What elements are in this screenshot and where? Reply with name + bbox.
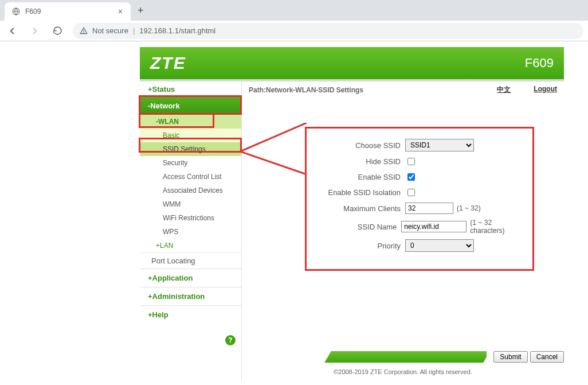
- nav-ssid-settings[interactable]: SSID Settings: [140, 142, 241, 156]
- max-clients-label: Maximum Clients: [313, 204, 405, 213]
- browser-toolbar: Not secure | 192.168.1.1/start.ghtml: [0, 21, 588, 41]
- sidebar-nav: +Status -Network -WLAN Basic SSID Settin…: [140, 81, 242, 381]
- nav-administration[interactable]: +Administration: [140, 287, 241, 305]
- nav-status[interactable]: +Status: [140, 81, 241, 97]
- svg-line-4: [240, 151, 307, 174]
- ssid-name-label: SSID Name: [313, 223, 401, 231]
- nav-security[interactable]: Security: [140, 156, 241, 170]
- footer-stripe: Submit Cancel: [242, 351, 564, 363]
- nav-wlan[interactable]: -WLAN: [140, 115, 241, 129]
- nav-wmm[interactable]: WMM: [140, 197, 241, 211]
- forward-button[interactable]: [28, 24, 42, 38]
- browser-tab[interactable]: F609 ×: [5, 2, 131, 21]
- language-link[interactable]: 中文: [497, 85, 511, 95]
- nav-port-locating[interactable]: Port Locating: [140, 252, 241, 269]
- svg-line-3: [240, 123, 307, 151]
- priority-select[interactable]: 0: [405, 239, 474, 252]
- nav-wifi-restrictions[interactable]: WiFi Restrictions: [140, 211, 241, 225]
- isolation-label: Enable SSID Isolation: [313, 188, 405, 197]
- warning-icon: [80, 27, 88, 35]
- max-clients-input[interactable]: [405, 203, 453, 214]
- address-bar[interactable]: Not secure | 192.168.1.1/start.ghtml: [73, 23, 583, 39]
- nav-basic[interactable]: Basic: [140, 129, 241, 142]
- ssid-name-hint: (1 ~ 32 characters): [470, 219, 526, 235]
- new-tab-button[interactable]: +: [131, 5, 151, 17]
- tab-title: F609: [25, 7, 112, 15]
- priority-label: Priority: [313, 242, 405, 250]
- enable-ssid-checkbox[interactable]: [407, 173, 415, 181]
- hide-ssid-checkbox[interactable]: [407, 158, 415, 165]
- cancel-button[interactable]: Cancel: [530, 351, 564, 363]
- logout-link[interactable]: Logout: [534, 85, 557, 95]
- tab-close-icon[interactable]: ×: [117, 6, 124, 17]
- router-header: ZTE F609: [140, 47, 564, 81]
- svg-point-2: [84, 32, 84, 33]
- breadcrumb-path: Path:Network-WLAN-SSID Settings: [249, 86, 363, 94]
- max-clients-hint: (1 ~ 32): [457, 204, 481, 212]
- help-icon[interactable]: ?: [225, 335, 236, 345]
- url-text: 192.168.1.1/start.ghtml: [139, 26, 215, 35]
- brand-logo: ZTE: [150, 53, 186, 73]
- browser-tab-bar: F609 × +: [0, 0, 588, 21]
- globe-icon: [11, 7, 21, 16]
- enable-ssid-label: Enable SSID: [313, 173, 405, 181]
- content-area: Path:Network-WLAN-SSID Settings 中文 Logou…: [242, 81, 564, 381]
- nav-acl[interactable]: Access Control List: [140, 170, 241, 184]
- hide-ssid-label: Hide SSID: [313, 157, 405, 166]
- copyright-text: ©2008-2019 ZTE Corporation. All rights r…: [242, 365, 564, 381]
- nav-associated-devices[interactable]: Associated Devices: [140, 184, 241, 197]
- nav-help[interactable]: +Help: [140, 305, 241, 324]
- nav-application[interactable]: +Application: [140, 269, 241, 287]
- nav-wps[interactable]: WPS: [140, 225, 241, 239]
- breadcrumb-bar: Path:Network-WLAN-SSID Settings 中文 Logou…: [242, 81, 564, 98]
- choose-ssid-select[interactable]: SSID1: [405, 139, 474, 151]
- ssid-name-input[interactable]: [401, 221, 467, 232]
- choose-ssid-label: Choose SSID: [313, 141, 405, 150]
- not-secure-label: Not secure: [92, 26, 128, 35]
- nav-lan[interactable]: +LAN: [140, 239, 241, 252]
- model-label: F609: [525, 56, 554, 71]
- isolation-checkbox[interactable]: [407, 189, 415, 196]
- back-button[interactable]: [5, 24, 19, 38]
- reload-button[interactable]: [50, 24, 65, 38]
- ssid-settings-form: Choose SSID SSID1 Hide SSID Enable SSID: [305, 127, 534, 271]
- nav-network[interactable]: -Network: [140, 97, 241, 115]
- submit-button[interactable]: Submit: [493, 351, 527, 363]
